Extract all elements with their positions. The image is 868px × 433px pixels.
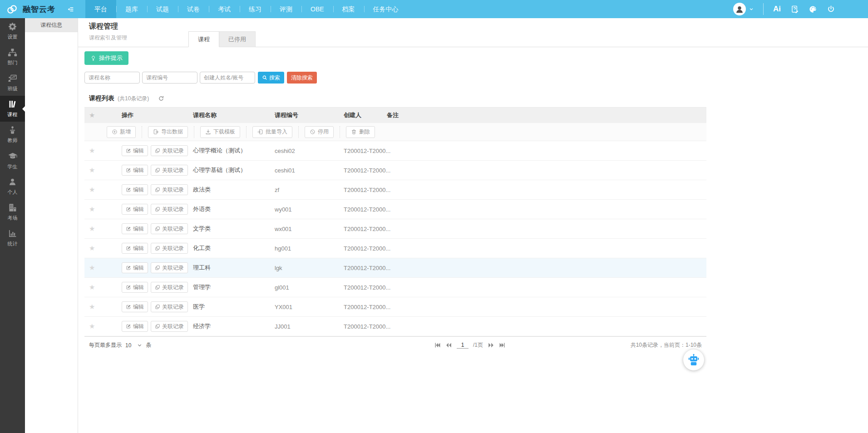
tab-disabled[interactable]: 已停用 (219, 31, 256, 47)
delete-button[interactable]: 删除 (346, 126, 375, 138)
related-records-button[interactable]: 关联记录 (151, 204, 188, 215)
page-size-prefix: 每页最多显示 (89, 341, 122, 349)
sidebar-item-settings[interactable]: 设置 (0, 18, 25, 44)
related-records-button[interactable]: 关联记录 (151, 145, 188, 156)
nav-item-task-center[interactable]: 任务中心 (364, 0, 408, 18)
robot-assistant-button[interactable] (683, 349, 704, 370)
related-records-button[interactable]: 关联记录 (151, 243, 188, 254)
sidebar-item-personal[interactable]: 个人 (0, 173, 25, 199)
operation-tips-button[interactable]: 操作提示 (84, 51, 128, 65)
course-name-input[interactable] (84, 72, 140, 84)
page-number-input[interactable] (457, 342, 469, 349)
edit-button[interactable]: 编辑 (122, 145, 148, 156)
creator-input[interactable] (200, 72, 255, 84)
sidebar-item-classes[interactable]: 班级 (0, 70, 25, 96)
person-icon (8, 177, 17, 187)
refresh-icon[interactable] (158, 95, 164, 102)
page-size-select[interactable]: 10 (125, 342, 142, 349)
logo-icon (6, 3, 18, 15)
sidebar-item-courses[interactable]: 课程 (0, 96, 25, 122)
edit-icon (126, 148, 131, 153)
edit-button[interactable]: 编辑 (122, 262, 148, 273)
edit-button[interactable]: 编辑 (122, 282, 148, 293)
building-icon (8, 203, 17, 212)
edit-icon (126, 265, 131, 271)
course-creator: T200012-T2000... (344, 187, 387, 193)
star-icon[interactable]: ★ (84, 147, 122, 155)
course-name: 心理学基础（测试） (193, 166, 275, 174)
edit-button[interactable]: 编辑 (122, 223, 148, 234)
nav-item-evaluation[interactable]: 评测 (271, 0, 301, 18)
import-doc-icon (257, 129, 263, 135)
prev-page-icon[interactable] (445, 342, 452, 349)
related-records-button[interactable]: 关联记录 (151, 262, 188, 273)
sidebar-item-departments[interactable]: 部门 (0, 44, 25, 70)
course-table: ★ 操作 课程名称 课程编号 创建人 备注 新增 导出数据 下载模板 批量导入 … (84, 107, 706, 354)
ai-assistant-button[interactable]: Ai (773, 5, 781, 14)
related-records-button[interactable]: 关联记录 (151, 282, 188, 293)
edit-button[interactable]: 编辑 (122, 321, 148, 332)
batch-import-button[interactable]: 批量导入 (252, 126, 292, 138)
nav-item-practice[interactable]: 练习 (240, 0, 271, 18)
first-page-icon[interactable] (434, 342, 441, 349)
table-row-highlighted: ★ 编辑关联记录 理工科 lgk T200012-T2000... (84, 258, 706, 278)
next-page-icon[interactable] (488, 342, 494, 349)
tab-courses[interactable]: 课程 (188, 31, 219, 47)
course-code: hg001 (275, 245, 344, 252)
related-records-button[interactable]: 关联记录 (151, 301, 188, 312)
sidebar-item-exam-rooms[interactable]: 考场 (0, 199, 25, 225)
books-icon (8, 99, 17, 109)
nav-item-question-bank[interactable]: 题库 (116, 0, 147, 18)
star-icon[interactable]: ★ (84, 186, 122, 194)
course-code-input[interactable] (142, 72, 197, 84)
theme-palette-icon[interactable] (809, 5, 817, 14)
star-icon[interactable]: ★ (84, 264, 122, 272)
robot-icon (687, 353, 700, 367)
nav-item-papers[interactable]: 试卷 (178, 0, 209, 18)
logout-power-icon[interactable] (827, 5, 835, 14)
related-records-button[interactable]: 关联记录 (151, 223, 188, 234)
related-records-button[interactable]: 关联记录 (151, 321, 188, 332)
last-page-icon[interactable] (499, 342, 506, 349)
search-button[interactable]: 搜索 (258, 72, 284, 84)
related-records-button[interactable]: 关联记录 (151, 165, 188, 176)
star-icon[interactable]: ★ (84, 205, 122, 213)
nav-item-exams[interactable]: 考试 (209, 0, 240, 18)
star-icon[interactable]: ★ (84, 244, 122, 252)
related-records-button[interactable]: 关联记录 (151, 184, 188, 195)
edit-button[interactable]: 编辑 (122, 204, 148, 215)
nav-item-obe[interactable]: OBE (301, 0, 333, 18)
classroom-icon (8, 74, 17, 83)
avatar[interactable] (733, 3, 746, 15)
nav-item-archives[interactable]: 档案 (333, 0, 364, 18)
brand: 融智云考 (0, 0, 63, 18)
copy-icon (155, 285, 160, 290)
edit-button[interactable]: 编辑 (122, 243, 148, 254)
star-icon[interactable]: ★ (84, 303, 122, 311)
download-template-button[interactable]: 下载模板 (200, 126, 240, 138)
nav-item-platform[interactable]: 平台 (85, 0, 116, 18)
disable-button[interactable]: 停用 (305, 126, 334, 138)
sidebar-item-teachers[interactable]: 教师 (0, 122, 25, 148)
export-data-button[interactable]: 导出数据 (148, 126, 188, 138)
course-name: 医学 (193, 303, 275, 311)
nav-item-questions[interactable]: 试题 (147, 0, 178, 18)
edit-button[interactable]: 编辑 (122, 301, 148, 312)
star-icon[interactable]: ★ (84, 283, 122, 291)
subsidebar-item-course-info[interactable]: 课程信息 (25, 18, 78, 32)
add-button[interactable]: 新增 (107, 126, 136, 138)
help-doc-icon[interactable] (790, 5, 799, 14)
star-icon[interactable]: ★ (84, 322, 122, 330)
edit-button[interactable]: 编辑 (122, 165, 148, 176)
user-menu[interactable] (733, 3, 754, 15)
clear-search-button[interactable]: 清除搜索 (287, 72, 317, 84)
star-icon[interactable]: ★ (84, 166, 122, 174)
course-creator: T200012-T2000... (344, 148, 387, 154)
sidebar-item-statistics[interactable]: 统计 (0, 225, 25, 251)
star-column-header: ★ (84, 111, 122, 119)
export-doc-icon (153, 129, 159, 135)
star-icon[interactable]: ★ (84, 225, 122, 233)
edit-button[interactable]: 编辑 (122, 184, 148, 195)
collapse-menu-icon[interactable] (63, 0, 78, 18)
sidebar-item-students[interactable]: 学生 (0, 148, 25, 173)
